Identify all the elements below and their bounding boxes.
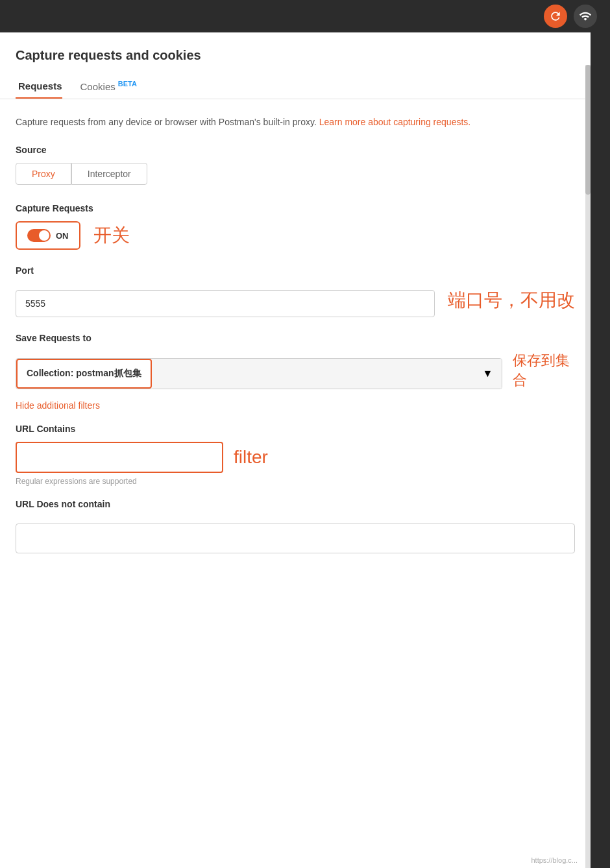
- modal-title: Capture requests and cookies: [0, 32, 591, 63]
- toggle-switch[interactable]: [27, 229, 51, 242]
- port-row: 端口号，不用改: [16, 283, 575, 317]
- url-contains-section: URL Contains filter Regular expressions …: [16, 424, 575, 486]
- tab-cookies[interactable]: CookiesBETA: [78, 73, 147, 99]
- collection-label[interactable]: Collection: postman抓包集: [16, 359, 152, 389]
- url-does-not-contain-section: URL Does not contain: [16, 499, 575, 553]
- capture-requests-section: Capture Requests ON 开关: [16, 203, 575, 250]
- collection-dropdown-wrapper: Collection: postman抓包集 ▼: [16, 358, 502, 389]
- signal-icon[interactable]: [574, 5, 597, 28]
- toggle-row: ON 开关: [16, 221, 575, 250]
- top-bar: [0, 0, 610, 32]
- proxy-button[interactable]: Proxy: [16, 163, 71, 185]
- scrollbar[interactable]: [585, 65, 591, 868]
- regex-hint: Regular expressions are supported: [16, 477, 575, 486]
- source-label: Source: [16, 145, 575, 155]
- interceptor-button[interactable]: Interceptor: [71, 163, 147, 185]
- save-requests-label: Save Requests to: [16, 333, 575, 343]
- port-section: Port 端口号，不用改: [16, 265, 575, 317]
- collection-row: Collection: postman抓包集 ▼ 保存到集合: [16, 351, 575, 390]
- capture-requests-label: Capture Requests: [16, 203, 575, 213]
- url-contains-label: URL Contains: [16, 424, 575, 434]
- source-section: Source Proxy Interceptor: [16, 145, 575, 185]
- url-input-row: filter: [16, 442, 575, 473]
- scrollbar-thumb: [585, 65, 591, 195]
- source-buttons: Proxy Interceptor: [16, 163, 575, 185]
- content: Capture requests from any device or brow…: [0, 99, 591, 569]
- refresh-icon[interactable]: [544, 5, 567, 28]
- save-requests-section: Save Requests to Collection: postman抓包集 …: [16, 333, 575, 390]
- hide-filters-link[interactable]: Hide additional filters: [16, 400, 575, 411]
- port-input-wrapper: [16, 283, 435, 317]
- capture-annotation: 开关: [93, 223, 130, 248]
- collection-arrow[interactable]: ▼: [152, 359, 502, 389]
- learn-more-link[interactable]: Learn more about capturing requests.: [319, 117, 470, 127]
- description: Capture requests from any device or brow…: [16, 115, 575, 129]
- tabs: Requests CookiesBETA: [0, 73, 591, 99]
- dropdown-arrow-icon: ▼: [482, 368, 493, 380]
- tab-requests[interactable]: Requests: [16, 74, 73, 98]
- save-annotation: 保存到集合: [513, 351, 575, 390]
- url-contains-input[interactable]: [16, 442, 223, 473]
- watermark: https://blog.c...: [531, 856, 578, 864]
- port-annotation: 端口号，不用改: [448, 288, 575, 313]
- url-filter-annotation: filter: [234, 447, 268, 468]
- port-label: Port: [16, 265, 575, 276]
- toggle-container[interactable]: ON: [16, 221, 80, 250]
- url-not-contain-input[interactable]: [16, 524, 575, 553]
- url-not-contain-label: URL Does not contain: [16, 499, 575, 509]
- beta-badge: BETA: [118, 80, 137, 88]
- modal: Capture requests and cookies Requests Co…: [0, 32, 591, 868]
- port-input[interactable]: [16, 290, 435, 317]
- toggle-on-label: ON: [56, 231, 69, 241]
